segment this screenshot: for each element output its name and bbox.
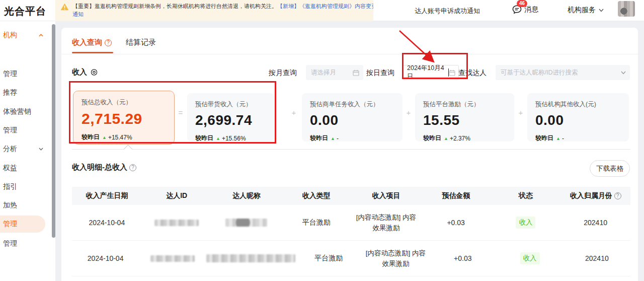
help-icon[interactable]: ?	[129, 164, 136, 171]
up-triangle-icon: ▲	[444, 136, 448, 141]
sidebar-item-label: 管理	[3, 126, 17, 135]
sidebar-item-guanli-active[interactable]: 管理	[0, 216, 45, 233]
col-header-month: 收入归属月份 ?	[560, 191, 630, 200]
up-triangle-icon: ▲	[331, 136, 335, 141]
compare-label: 较昨日	[535, 134, 553, 143]
redacted-creator-id	[150, 255, 195, 262]
card-other-income[interactable]: 预估机构其他收入(元) 0.00 较昨日 ▲ -	[527, 93, 629, 142]
card-platform-incentive[interactable]: 预估平台激励（元） 15.55 较昨日 ▲ +2.37%	[415, 93, 514, 142]
card-value: 2,699.74	[195, 112, 274, 128]
tab-label: 结算记录	[126, 38, 156, 47]
help-icon[interactable]: ?	[614, 192, 621, 199]
sidebar-item-label: 分析	[3, 145, 17, 154]
cell-income-type: 平台激励	[295, 254, 362, 263]
eye-icon[interactable]	[90, 69, 98, 76]
help-icon[interactable]: ?	[105, 39, 112, 46]
cell-date: 2024-10-04	[72, 254, 139, 262]
card-title: 预估商单任务收入（元）	[310, 100, 403, 109]
calendar-icon	[449, 69, 455, 76]
by-day-label: 按日查询	[366, 68, 394, 78]
card-value: 0.00	[310, 112, 403, 128]
org-service-label: 机构服务	[568, 6, 596, 15]
announcement-banner: 【重要】逛逛机构管理规则新增条例，长期休眠机构将进行自然清退，请机构关注。【新增…	[55, 0, 373, 21]
find-creator-label: 查找达人	[458, 68, 487, 78]
sidebar-item-jigou[interactable]: 机构	[0, 27, 48, 44]
sidebar-item-tuijian[interactable]: 推荐	[0, 84, 48, 101]
month-picker-input[interactable]: 请选择月	[306, 65, 363, 80]
delta-value: -	[562, 135, 564, 142]
cell-month: 202410	[560, 219, 630, 227]
creator-search-placeholder: 可基于达人昵称/ID进行搜索	[501, 68, 578, 77]
sidebar-scrollbar[interactable]	[52, 24, 55, 238]
cell-date: 2024-10-04	[72, 219, 142, 227]
sidebar-item-label: 管理	[3, 220, 17, 229]
col-header: 收入产生日期	[72, 191, 142, 200]
compare-label: 较昨日	[195, 134, 213, 143]
col-header: 收入类型	[281, 191, 351, 200]
sidebar-item-label: 机构	[3, 31, 17, 40]
cell-amount: +0.03	[421, 219, 491, 227]
download-table-button[interactable]: 下载表格	[590, 160, 630, 177]
active-tab-underline	[72, 52, 113, 53]
cell-amount: +0.03	[429, 254, 496, 262]
up-triangle-icon: ▲	[556, 136, 560, 141]
sidebar-item-jiare[interactable]: 加热	[0, 197, 48, 214]
table-section-title: 收入明细-总收入 ?	[72, 163, 136, 172]
help-glyph: ?	[131, 165, 134, 171]
warning-icon	[60, 3, 69, 21]
table-row[interactable]: 2024-10-04 平台激励 [内容动态激励] 内容效果激励 +0.03 收入…	[72, 241, 630, 276]
up-triangle-icon: ▲	[216, 136, 220, 141]
sidebar-item-label: 加热	[3, 201, 17, 210]
divider	[72, 149, 630, 150]
compare-label: 较昨日	[82, 133, 100, 142]
table-row[interactable]: 2024-10-04 平台激励 [内容动态激励] 内容效果激励 +0.03 收入…	[72, 205, 630, 241]
day-picker-input[interactable]: 2024年10月4日	[403, 65, 459, 80]
creator-search-select[interactable]: 可基于达人昵称/ID进行搜索	[496, 65, 630, 80]
delta-value: +15.47%	[108, 134, 132, 141]
col-header: 收入项目	[351, 191, 421, 200]
sidebar-item-guanli-3[interactable]: 管理	[0, 235, 48, 252]
day-picker-value: 2024年10月4日	[407, 64, 448, 81]
sidebar-item-label: 推荐	[3, 88, 17, 97]
announcement-main: 【重要】逛逛机构管理规则新增条例，长期休眠机构将进行自然清退，请机构关注。	[72, 3, 277, 9]
sidebar-item-fenxi[interactable]: 分析	[0, 140, 48, 158]
org-service-menu[interactable]: 机构服务	[568, 6, 604, 15]
brand-logo: 光合平台	[4, 5, 46, 18]
status-badge: 收入	[520, 252, 540, 264]
col-header-text: 收入归属月份	[570, 191, 612, 200]
announcement-link[interactable]: 【新增】《逛逛机构管理规则》内容变更	[277, 3, 373, 9]
sidebar-item-guanli-2[interactable]: 管理	[0, 122, 48, 139]
card-task-income[interactable]: 预估商单任务收入（元） 0.00 较昨日 ▲ -	[302, 93, 403, 142]
by-month-label: 按月查询	[269, 68, 297, 78]
sidebar-item-zhiyin[interactable]: 指引	[0, 178, 48, 195]
announcement-link-tail[interactable]: 通知	[72, 11, 84, 17]
sidebar-item-label: 指引	[3, 182, 17, 191]
tab-settlement-records[interactable]: 结算记录	[126, 38, 156, 47]
avatar[interactable]	[618, 1, 635, 17]
sidebar-item-guanli-1[interactable]: 管理	[0, 65, 48, 83]
card-title: 预估平台激励（元）	[423, 100, 514, 109]
sidebar-item-label: 管理	[3, 239, 17, 248]
income-section-label: 收入	[72, 67, 98, 77]
up-triangle-icon: ▲	[102, 135, 107, 140]
sidebar-item-label: 管理	[3, 69, 17, 79]
card-value: 0.00	[535, 112, 629, 128]
delta-value: +15.56%	[222, 135, 246, 142]
sidebar-item-tiyanyingxiao[interactable]: 体验营销	[0, 103, 48, 120]
chevron-down-icon	[39, 148, 43, 151]
tab-income-query[interactable]: 收入查询 ?	[72, 38, 112, 47]
cell-income-project: [内容动态激励] 内容效果激励	[364, 248, 427, 269]
announcement-text: 【重要】逛逛机构管理规则新增条例，长期休眠机构将进行自然清退，请机构关注。【新增…	[72, 2, 373, 21]
divider	[61, 54, 638, 54]
sidebar-item-label: 权益	[3, 164, 17, 173]
redacted-creator-id	[154, 220, 199, 226]
sidebar-item-quanyi[interactable]: 权益	[0, 160, 48, 177]
help-glyph: ?	[616, 193, 619, 199]
card-sales-income[interactable]: 预估带货收入（元） 2,699.74 较昨日 ▲ +15.56%	[187, 93, 274, 142]
messages-label: 消息	[524, 5, 538, 14]
col-header: 预估金额	[421, 191, 491, 200]
appeal-success-notice[interactable]: 达人账号申诉成功通知	[415, 7, 480, 16]
card-total-income[interactable]: 预估总收入（元） 2,715.29 较昨日 ▲ +15.47%	[73, 91, 175, 145]
chevron-up-icon	[39, 34, 43, 37]
income-table: 收入产生日期 达人ID 达人昵称 收入类型 收入项目 预估金额 状态 收入归属月…	[72, 187, 630, 276]
